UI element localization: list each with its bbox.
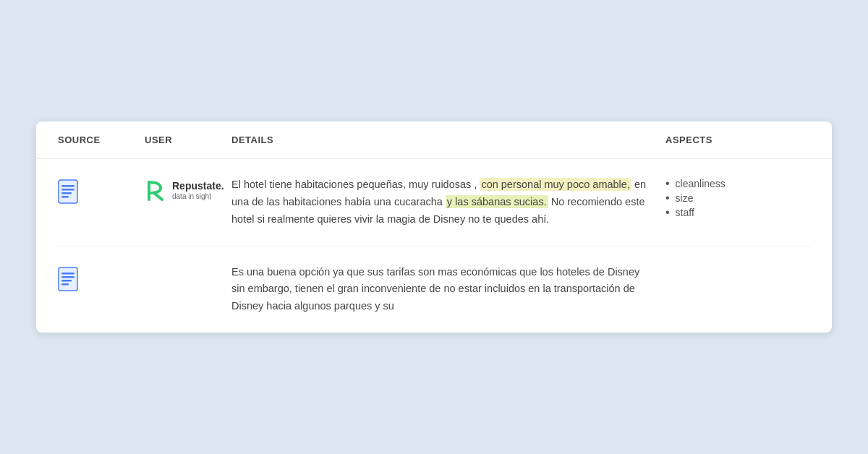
document-icon (58, 179, 78, 204)
repustate-text: Repustate. data in sight (172, 180, 224, 201)
aspect-item: staff (665, 207, 810, 218)
svg-rect-5 (59, 267, 77, 291)
details-text-plain: Es una buena opción ya que sus tarifas s… (231, 266, 639, 312)
main-card: SOURCE USER DETAILS ASPECTS (36, 121, 832, 333)
header-aspects: ASPECTS (665, 134, 810, 145)
svg-rect-4 (61, 196, 69, 198)
details-text-before-1: El hotel tiene habitaciones pequeñas, mu… (231, 179, 480, 190)
svg-rect-8 (61, 280, 72, 282)
source-cell-2 (58, 264, 145, 291)
aspects-cell-2 (665, 264, 810, 265)
table-row: Es una buena opción ya que sus tarifas s… (58, 247, 810, 333)
user-cell-repustate: Repustate. data in sight (145, 176, 231, 202)
repustate-logo: Repustate. data in sight (145, 179, 224, 202)
table-row: Repustate. data in sight El hotel tiene … (58, 159, 810, 247)
svg-rect-3 (61, 192, 72, 194)
svg-rect-2 (61, 189, 75, 191)
svg-rect-9 (61, 283, 69, 286)
details-cell-2: Es una buena opción ya que sus tarifas s… (231, 264, 665, 316)
aspects-cell-1: cleanliness size staff (665, 176, 810, 221)
repustate-r-icon (145, 179, 168, 202)
repustate-name: Repustate. (172, 180, 224, 192)
header-user: USER (145, 134, 231, 145)
header-source: SOURCE (58, 134, 145, 145)
user-cell-2 (145, 264, 231, 267)
source-cell (58, 176, 145, 204)
aspect-item: cleanliness (665, 178, 810, 189)
svg-rect-1 (61, 185, 75, 187)
table-body: Repustate. data in sight El hotel tiene … (36, 159, 832, 333)
document-icon-2 (58, 267, 78, 291)
aspects-list-1: cleanliness size staff (665, 178, 810, 218)
details-cell-1: El hotel tiene habitaciones pequeñas, mu… (231, 176, 665, 228)
header-details: DETAILS (231, 134, 665, 145)
details-highlight-1: con personal muy poco amable, (480, 178, 631, 191)
repustate-tagline: data in sight (172, 192, 224, 201)
aspect-item: size (665, 192, 810, 204)
svg-rect-7 (61, 276, 75, 278)
table-header: SOURCE USER DETAILS ASPECTS (36, 121, 832, 159)
svg-rect-6 (61, 273, 75, 275)
details-highlight-2: y las sábanas sucias. (446, 195, 548, 208)
svg-rect-0 (59, 180, 77, 203)
